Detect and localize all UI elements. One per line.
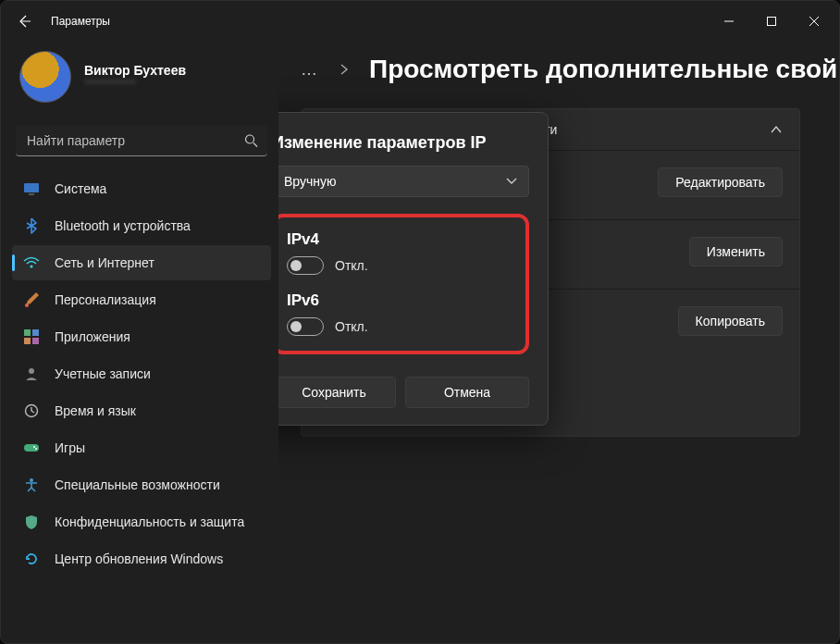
nav-personalization[interactable]: Персонализация: [12, 282, 271, 317]
chevron-right-icon: [340, 63, 349, 76]
maximize-button[interactable]: [750, 3, 793, 40]
update-icon: [23, 551, 40, 567]
crumb-more[interactable]: …: [301, 60, 319, 80]
save-button[interactable]: Сохранить: [278, 377, 396, 408]
apps-icon: [23, 328, 40, 345]
svg-point-4: [30, 265, 32, 267]
breadcrumb-row: … Просмотреть дополнительные свой: [301, 42, 839, 84]
select-value: Вручную: [284, 174, 337, 189]
svg-rect-2: [24, 183, 39, 192]
nav-label: Приложения: [55, 329, 130, 344]
search-icon: [244, 134, 258, 148]
nav-label: Bluetooth и устройства: [55, 218, 191, 233]
svg-rect-9: [32, 338, 39, 344]
svg-point-15: [30, 478, 33, 482]
chevron-up-icon: [770, 125, 783, 134]
svg-rect-7: [32, 329, 39, 336]
nav-system[interactable]: Система: [12, 171, 271, 206]
ipv4-label: IPv4: [287, 230, 514, 249]
highlighted-ip-toggles: IPv4 Откл. IPv6 Откл.: [278, 214, 529, 354]
ip-mode-select[interactable]: Вручную: [278, 166, 529, 197]
svg-point-1: [246, 135, 254, 143]
dialog-title: Изменение параметров IP: [278, 133, 529, 153]
nav-update[interactable]: Центр обновления Windows: [12, 541, 271, 576]
maximize-icon: [766, 16, 777, 27]
arrow-left-icon: [17, 14, 31, 29]
sidebar: Виктор Бухтеев ************ Система Blue…: [1, 42, 278, 643]
nav-label: Система: [55, 181, 106, 196]
search-input[interactable]: [16, 125, 267, 156]
svg-rect-3: [29, 193, 34, 195]
profile-name: Виктор Бухтеев: [84, 63, 186, 78]
cancel-button[interactable]: Отмена: [405, 377, 529, 408]
profile-email: ************: [84, 78, 186, 91]
close-button[interactable]: [793, 3, 835, 40]
main: … Просмотреть дополнительные свой сети Р…: [278, 42, 839, 643]
chevron-down-icon: [506, 178, 517, 185]
nav-label: Сеть и Интернет: [55, 255, 154, 270]
copy-button[interactable]: Копировать: [678, 306, 783, 336]
search-wrap: [16, 125, 267, 156]
dialog-buttons: Сохранить Отмена: [278, 377, 529, 408]
accessibility-icon: [23, 477, 40, 493]
wifi-icon: [23, 254, 40, 271]
ipv6-toggle[interactable]: [287, 317, 324, 336]
ipv6-label: IPv6: [287, 291, 514, 310]
ipv6-state: Откл.: [335, 319, 368, 334]
window-controls: [708, 3, 835, 40]
svg-point-14: [35, 448, 37, 450]
ipv6-toggle-row: Откл.: [287, 317, 514, 336]
nav-network[interactable]: Сеть и Интернет: [12, 245, 271, 280]
edit-button[interactable]: Редактировать: [658, 167, 783, 197]
brush-icon: [23, 291, 40, 308]
svg-point-5: [25, 303, 29, 307]
nav-apps[interactable]: Приложения: [12, 319, 271, 354]
titlebar: Параметры: [1, 1, 839, 42]
avatar: [19, 51, 71, 103]
ipv4-toggle-row: Откл.: [287, 256, 514, 275]
close-icon: [809, 16, 820, 27]
back-button[interactable]: [16, 13, 32, 30]
titlebar-left: Параметры: [16, 13, 110, 30]
nav-label: Время и язык: [55, 403, 136, 418]
window-title: Параметры: [51, 15, 110, 28]
page-title: Просмотреть дополнительные свой: [369, 55, 837, 84]
ip-settings-dialog: Изменение параметров IP Вручную IPv4 Отк…: [278, 112, 549, 426]
svg-rect-8: [24, 338, 31, 344]
svg-rect-0: [768, 18, 776, 26]
nav-bluetooth[interactable]: Bluetooth и устройства: [12, 208, 271, 243]
settings-window: Параметры Виктор Бухтеев ************: [0, 0, 840, 644]
nav-label: Центр обновления Windows: [55, 551, 223, 566]
monitor-icon: [23, 180, 40, 197]
user-icon: [23, 365, 40, 382]
nav-label: Персонализация: [55, 292, 156, 307]
nav-gaming[interactable]: Игры: [12, 430, 271, 465]
nav-privacy[interactable]: Конфиденциальность и защита: [12, 504, 271, 539]
profile-text: Виктор Бухтеев ************: [84, 63, 186, 91]
svg-point-13: [33, 446, 35, 448]
nav-label: Игры: [55, 440, 85, 455]
svg-point-10: [29, 368, 34, 374]
change-button[interactable]: Изменить: [689, 237, 783, 266]
nav-label: Специальные возможности: [55, 477, 220, 492]
ipv4-toggle[interactable]: [287, 256, 324, 275]
nav-accounts[interactable]: Учетные записи: [12, 356, 271, 391]
nav-label: Учетные записи: [55, 366, 151, 381]
ipv4-state: Откл.: [335, 258, 368, 273]
minimize-button[interactable]: [708, 3, 750, 40]
nav-timelang[interactable]: Время и язык: [12, 393, 271, 428]
nav: Система Bluetooth и устройства Сеть и Ин…: [12, 171, 271, 576]
shield-icon: [23, 514, 40, 530]
body: Виктор Бухтеев ************ Система Blue…: [1, 42, 839, 643]
profile-block[interactable]: Виктор Бухтеев ************: [12, 47, 271, 118]
clock-icon: [23, 402, 40, 419]
gamepad-icon: [23, 440, 40, 456]
svg-rect-6: [24, 329, 31, 336]
svg-rect-12: [24, 444, 39, 452]
minimize-icon: [723, 16, 735, 27]
nav-accessibility[interactable]: Специальные возможности: [12, 467, 271, 502]
nav-label: Конфиденциальность и защита: [55, 514, 244, 529]
bluetooth-icon: [23, 217, 40, 234]
